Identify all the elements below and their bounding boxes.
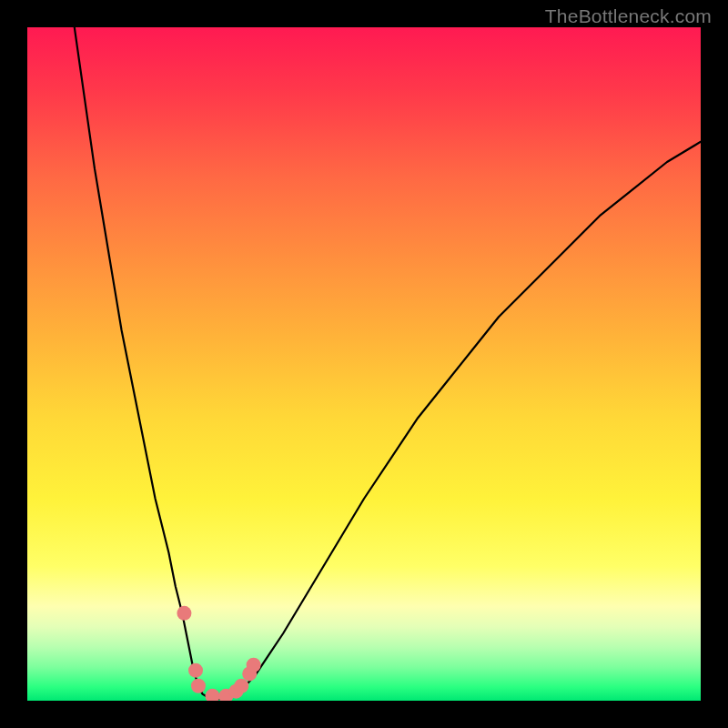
right-dot-4 (247, 658, 261, 672)
left-dot-2 (188, 663, 203, 678)
outer-frame: TheBottleneck.com (0, 0, 728, 728)
left-dot-3 (191, 679, 206, 693)
watermark-text: TheBottleneck.com (545, 5, 712, 27)
bottleneck-curve (75, 27, 701, 700)
right-dot-2 (234, 679, 248, 693)
mid-dot-1 (206, 689, 220, 701)
left-dot-1 (177, 606, 191, 621)
plot-area (27, 27, 701, 701)
curve-layer (27, 27, 701, 701)
